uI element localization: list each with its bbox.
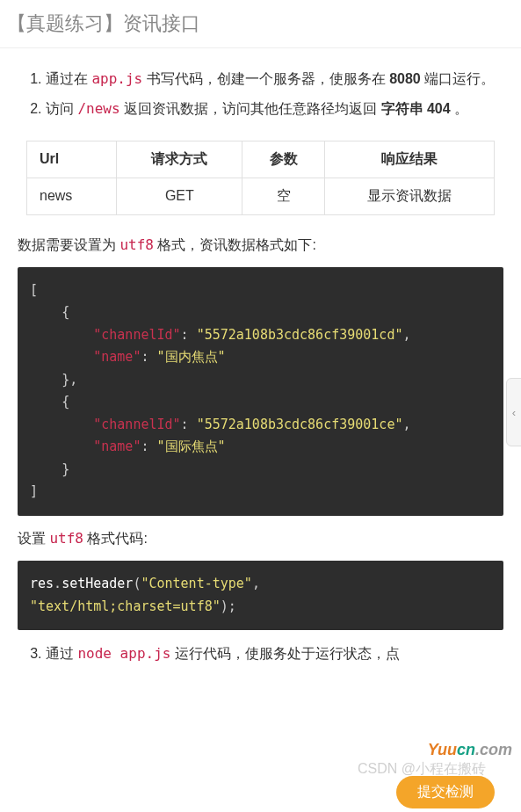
td-response: 显示资讯数据 xyxy=(325,178,495,214)
step-item: 通过在 app.js 书写代码，创建一个服务器，使服务在 8080 端口运行。 xyxy=(46,66,503,92)
step-item: 访问 /news 返回资讯数据，访问其他任意路径均返回 字符串 404 。 xyxy=(46,96,503,122)
text: 运行代码，使服务处于运行状态，点 xyxy=(170,646,399,661)
text: 访问 xyxy=(46,101,77,116)
json-key: "channelId" xyxy=(93,417,180,432)
json-value: "5572a108b3cdc86cf39001ce" xyxy=(197,417,403,432)
bold-text: 字符串 404 xyxy=(381,101,451,116)
watermark-yuucn: Yuucn.com xyxy=(428,741,512,759)
json-value: "5572a108b3cdc86cf39001cd" xyxy=(197,327,403,343)
step-item: 通过 node app.js 运行代码，使服务处于运行状态，点 xyxy=(46,641,503,667)
api-table: Url 请求方式 参数 响应结果 news GET 空 显示资讯数据 xyxy=(26,141,495,215)
json-key: "name" xyxy=(93,349,141,365)
text: 数据需要设置为 xyxy=(18,237,119,252)
paragraph: 数据需要设置为 utf8 格式，资讯数据格式如下: xyxy=(18,233,503,257)
page-title: 【真题练习】资讯接口 xyxy=(0,0,521,48)
code-token: res xyxy=(30,576,54,591)
chevron-left-icon: ‹ xyxy=(512,406,516,419)
title-text: 【真题练习】资讯接口 xyxy=(7,12,200,34)
inline-code: /news xyxy=(77,100,119,117)
text: 格式，资讯数据格式如下: xyxy=(154,237,316,252)
text: 格式代码: xyxy=(83,531,148,546)
content-area[interactable]: 通过在 app.js 书写代码，创建一个服务器，使服务在 8080 端口运行。 … xyxy=(0,48,521,812)
th-params: 参数 xyxy=(242,141,325,178)
side-collapse-tab[interactable]: ‹ xyxy=(506,378,521,446)
json-value: "国际焦点" xyxy=(157,439,226,454)
json-value: "国内焦点" xyxy=(157,349,226,365)
text: 返回资讯数据，访问其他任意路径均返回 xyxy=(120,101,381,116)
table-row: news GET 空 显示资讯数据 xyxy=(27,178,495,214)
text: 端口运行。 xyxy=(421,71,495,86)
json-code-block: [ { "channelId": "5572a108b3cdc86cf39001… xyxy=(18,267,503,516)
inline-code: utf8 xyxy=(49,530,83,547)
inline-code: app.js xyxy=(91,70,142,87)
td-params: 空 xyxy=(242,178,325,214)
text: 。 xyxy=(451,101,468,116)
code-token: "Content-type" xyxy=(141,576,251,591)
submit-label: 提交检测 xyxy=(417,784,474,799)
code-token: . xyxy=(54,576,62,591)
th-url: Url xyxy=(27,141,117,178)
text: 通过 xyxy=(46,646,77,661)
th-response: 响应结果 xyxy=(325,141,495,178)
submit-button[interactable]: 提交检测 xyxy=(396,776,495,808)
inline-code: node app.js xyxy=(77,645,170,662)
text: 书写代码，创建一个服务器，使服务在 xyxy=(142,71,389,86)
td-url: news xyxy=(27,178,117,214)
code-token: "text/html;charset=utf8" xyxy=(30,598,221,614)
json-key: "name" xyxy=(93,439,141,454)
text: 设置 xyxy=(18,531,49,546)
js-code-block: res.setHeader("Content-type", "text/html… xyxy=(18,561,503,630)
bold-text: 8080 xyxy=(389,71,421,86)
td-method: GET xyxy=(117,178,242,214)
inline-code: utf8 xyxy=(119,236,154,253)
th-method: 请求方式 xyxy=(117,141,242,178)
code-token: setHeader xyxy=(62,576,133,591)
text: 通过在 xyxy=(46,71,91,86)
paragraph: 设置 utf8 格式代码: xyxy=(18,526,503,550)
json-key: "channelId" xyxy=(93,327,180,343)
